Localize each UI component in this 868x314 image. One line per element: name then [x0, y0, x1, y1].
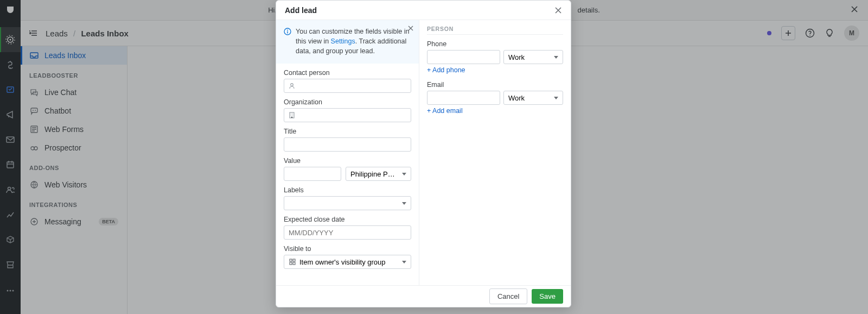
save-button[interactable]: Save — [532, 289, 563, 304]
label-expected-close: Expected close date — [284, 216, 411, 223]
modal-title: Add lead — [285, 6, 317, 15]
title-input[interactable] — [284, 137, 411, 152]
email-type-select[interactable]: Work — [503, 91, 563, 105]
labels-select[interactable] — [284, 196, 411, 210]
label-contact-person: Contact person — [284, 69, 411, 77]
modal-footer: Cancel Save — [276, 285, 571, 307]
svg-point-29 — [291, 84, 293, 86]
currency-value: Philippine Pe… — [350, 170, 395, 178]
settings-link[interactable]: Settings — [331, 37, 355, 45]
chevron-down-icon — [402, 173, 406, 175]
svg-rect-32 — [293, 259, 295, 261]
svg-rect-34 — [293, 262, 295, 265]
person-legend: PERSON — [427, 26, 563, 35]
label-labels: Labels — [284, 186, 411, 194]
modal-header: Add lead — [276, 1, 571, 20]
phone-input[interactable] — [427, 50, 500, 64]
chevron-down-icon — [402, 202, 406, 205]
group-icon — [289, 258, 296, 266]
cancel-button[interactable]: Cancel — [489, 288, 527, 304]
add-lead-modal: Add lead You can customize the fields vi… — [276, 0, 571, 307]
add-phone-link[interactable]: + Add phone — [427, 66, 465, 74]
svg-rect-33 — [290, 262, 292, 265]
label-title: Title — [284, 128, 411, 135]
person-icon — [288, 82, 296, 90]
phone-type-select[interactable]: Work — [503, 50, 563, 64]
label-organization: Organization — [284, 98, 411, 106]
info-callout: You can customize the fields visible in … — [276, 20, 419, 64]
phone-type-value: Work — [508, 53, 525, 61]
label-phone: Phone — [427, 40, 563, 48]
modal-close-icon[interactable] — [554, 7, 562, 14]
organization-input[interactable] — [284, 108, 411, 122]
info-close-icon[interactable] — [408, 26, 413, 31]
add-email-link[interactable]: + Add email — [427, 107, 463, 115]
svg-point-28 — [287, 30, 288, 31]
label-value: Value — [284, 157, 411, 165]
visible-to-value: Item owner's visibility group — [299, 258, 386, 266]
contact-person-input[interactable] — [284, 79, 411, 93]
chevron-down-icon — [554, 56, 558, 59]
expected-close-input[interactable] — [284, 225, 411, 240]
label-visible-to: Visible to — [284, 245, 411, 253]
email-input[interactable] — [427, 91, 500, 105]
value-input[interactable] — [284, 167, 341, 181]
email-type-value: Work — [508, 94, 525, 102]
info-icon — [284, 28, 291, 35]
visible-to-select[interactable]: Item owner's visibility group — [284, 255, 411, 269]
building-icon — [288, 111, 296, 119]
svg-rect-31 — [290, 259, 292, 261]
chevron-down-icon — [554, 97, 558, 99]
label-email: Email — [427, 81, 563, 89]
currency-select[interactable]: Philippine Pe… — [346, 167, 411, 181]
chevron-down-icon — [402, 261, 406, 263]
